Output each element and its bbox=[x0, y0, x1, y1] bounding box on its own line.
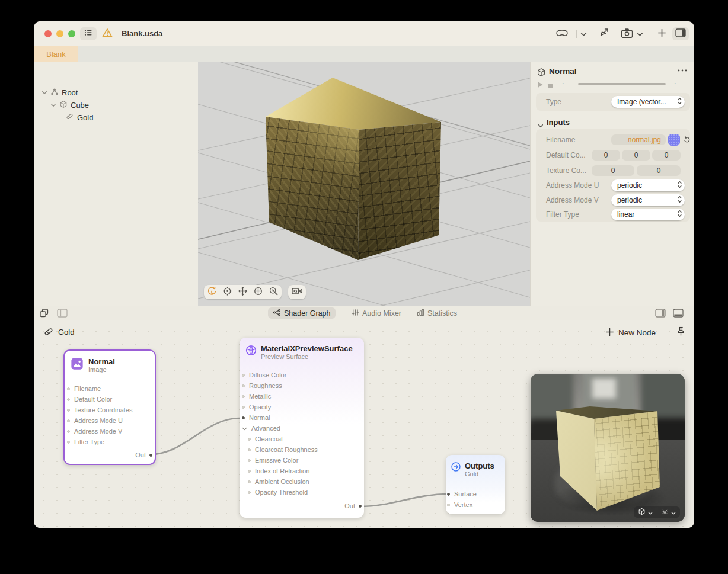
filename-field[interactable]: normal.jpg bbox=[611, 134, 666, 145]
play-button[interactable] bbox=[537, 80, 544, 91]
simulate-button[interactable] bbox=[597, 28, 611, 40]
port-out[interactable]: Out bbox=[135, 451, 152, 458]
sidebar-list-toggle-button[interactable] bbox=[80, 27, 97, 40]
address-mode-v-select[interactable]: periodic bbox=[611, 194, 685, 206]
type-group: Type Image (vector... bbox=[536, 93, 690, 111]
minimize-window-button[interactable] bbox=[56, 30, 63, 37]
zoom-window-button[interactable] bbox=[68, 30, 75, 37]
node-outputs[interactable]: Outputs Gold Surface Vertex bbox=[446, 455, 505, 514]
chevron-down-icon[interactable] bbox=[41, 88, 47, 97]
node-normal[interactable]: Normal Image Filename Default Color Text… bbox=[63, 349, 156, 465]
port-normal[interactable]: Normal bbox=[242, 413, 270, 422]
port-filter-type[interactable]: Filter Type bbox=[67, 438, 104, 446]
close-window-button[interactable] bbox=[44, 30, 52, 37]
vr-preview-button[interactable] bbox=[554, 28, 570, 39]
port-address-mode-u[interactable]: Address Mode U bbox=[67, 416, 123, 425]
default-color-x[interactable]: 0 bbox=[592, 150, 620, 161]
chevron-updown-icon bbox=[677, 195, 682, 205]
filter-type-select[interactable]: linear bbox=[611, 209, 685, 220]
type-select[interactable]: Image (vector... bbox=[611, 96, 685, 108]
address-mode-v-value: periodic bbox=[617, 196, 642, 204]
port-clearcoat[interactable]: Clearcoat bbox=[248, 435, 283, 443]
port-label: Index of Refraction bbox=[255, 467, 309, 474]
document-tab-strip: Blank bbox=[34, 46, 694, 62]
inspector-title: Normal bbox=[549, 67, 577, 76]
texture-coordinates-v[interactable]: 0 bbox=[637, 165, 681, 176]
port-clearcoat-roughness[interactable]: Clearcoat Roughness bbox=[248, 445, 318, 454]
port-label: Clearcoat bbox=[255, 435, 283, 442]
chevron-down-icon[interactable] bbox=[50, 101, 56, 110]
port-surface[interactable]: Surface bbox=[447, 490, 477, 498]
port-label: Vertex bbox=[454, 501, 472, 508]
shader-graph-canvas[interactable]: Gold New Node Normal Image Filename Defa… bbox=[34, 320, 694, 528]
undo-icon[interactable] bbox=[683, 135, 691, 146]
port-diffuse-color[interactable]: Diffuse Color bbox=[242, 371, 286, 379]
address-mode-u-label: Address Mode U bbox=[546, 181, 599, 190]
port-dot bbox=[67, 387, 70, 390]
port-default-color[interactable]: Default Color bbox=[67, 395, 112, 403]
focus-tool-icon[interactable] bbox=[222, 286, 232, 299]
port-out[interactable]: Out bbox=[344, 502, 362, 509]
default-color-y[interactable]: 0 bbox=[622, 150, 650, 161]
port-dot bbox=[248, 438, 251, 441]
advanced-disclosure[interactable]: Advanced bbox=[242, 424, 280, 432]
timeline-slider[interactable] bbox=[578, 83, 666, 85]
cube-icon bbox=[59, 100, 68, 110]
tab-statistics[interactable]: Statistics bbox=[412, 307, 462, 319]
port-dot bbox=[248, 448, 251, 451]
port-opacity[interactable]: Opacity bbox=[242, 403, 271, 411]
panel-right-icon[interactable] bbox=[655, 309, 666, 320]
port-vertex[interactable]: Vertex bbox=[447, 501, 472, 509]
port-label: Address Mode U bbox=[74, 417, 123, 424]
port-emissive-color[interactable]: Emissive Color bbox=[248, 456, 298, 464]
tree-item-cube[interactable]: Cube bbox=[50, 100, 89, 110]
port-texture-coordinates[interactable]: Texture Coordinates bbox=[67, 406, 132, 414]
tab-blank[interactable]: Blank bbox=[34, 46, 78, 62]
ball-tool-icon[interactable] bbox=[253, 286, 263, 299]
tab-shader-graph[interactable]: Shader Graph bbox=[268, 307, 336, 319]
panel-bottom-icon[interactable] bbox=[673, 309, 684, 320]
node-title: MaterialXPreviewSurface bbox=[261, 344, 353, 353]
window-title: Blank.usda bbox=[122, 29, 162, 38]
port-dot bbox=[242, 374, 245, 377]
stop-button[interactable] bbox=[547, 81, 553, 91]
vr-preview-dropdown[interactable] bbox=[579, 30, 587, 37]
port-roughness[interactable]: Roughness bbox=[242, 381, 282, 390]
port-opacity-threshold[interactable]: Opacity Threshold bbox=[248, 488, 308, 496]
warning-button[interactable] bbox=[101, 28, 114, 40]
tab-label: Blank bbox=[46, 50, 66, 59]
filter-type-label: Filter Type bbox=[546, 210, 579, 219]
port-metallic[interactable]: Metallic bbox=[242, 392, 271, 400]
snapshot-button[interactable] bbox=[620, 28, 634, 40]
node-materialx-preview-surface[interactable]: MaterialXPreviewSurface Preview Surface … bbox=[240, 338, 364, 518]
filter-type-row: Filter Type linear bbox=[536, 207, 690, 222]
gold-cube bbox=[264, 77, 445, 264]
tree-item-root[interactable]: Root bbox=[41, 87, 78, 98]
inspector-toggle-button[interactable] bbox=[672, 27, 689, 40]
tree-item-label: Cube bbox=[71, 101, 89, 110]
screenshot: Blank.usda Blank bbox=[0, 0, 728, 574]
port-index-of-refraction[interactable]: Index of Refraction bbox=[248, 467, 309, 475]
panel-left-icon[interactable] bbox=[57, 309, 68, 320]
default-color-z[interactable]: 0 bbox=[652, 150, 681, 161]
texture-swatch[interactable] bbox=[668, 134, 680, 146]
pan-tool-icon[interactable] bbox=[238, 286, 248, 299]
port-ambient-occlusion[interactable]: Ambient Occlusion bbox=[248, 477, 309, 486]
port-dot bbox=[242, 416, 245, 419]
zoom-tool-icon[interactable] bbox=[269, 286, 279, 299]
reset-camera-icon[interactable] bbox=[292, 287, 303, 298]
snapshot-dropdown[interactable] bbox=[636, 30, 644, 37]
more-options-button[interactable] bbox=[677, 66, 688, 77]
port-dot bbox=[359, 505, 362, 508]
port-address-mode-v[interactable]: Address Mode V bbox=[67, 427, 122, 435]
chevron-down-icon bbox=[637, 28, 643, 39]
tree-item-gold[interactable]: Gold bbox=[65, 112, 93, 123]
texture-coordinates-u[interactable]: 0 bbox=[592, 165, 634, 176]
duplicate-icon[interactable] bbox=[39, 308, 49, 320]
port-filename[interactable]: Filename bbox=[67, 384, 101, 393]
address-mode-u-select[interactable]: periodic bbox=[611, 179, 685, 191]
tab-audio-mixer[interactable]: Audio Mixer bbox=[347, 307, 406, 319]
orbit-tool-icon[interactable] bbox=[207, 286, 217, 299]
add-button[interactable] bbox=[656, 28, 668, 39]
viewport-3d[interactable] bbox=[198, 62, 530, 306]
